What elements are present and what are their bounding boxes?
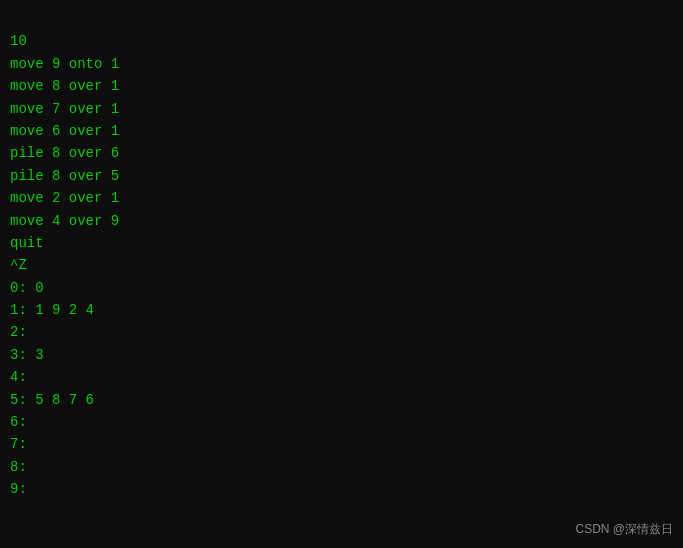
terminal-line: 0: 0 [10,277,673,299]
terminal-line: 9: [10,478,673,500]
watermark: CSDN @深情兹日 [575,521,673,538]
terminal-line: move 9 onto 1 [10,53,673,75]
terminal-line: 1: 1 9 2 4 [10,299,673,321]
terminal-line: 5: 5 8 7 6 [10,389,673,411]
terminal-line: ^Z [10,254,673,276]
terminal-line: move 2 over 1 [10,187,673,209]
terminal-line: 3: 3 [10,344,673,366]
terminal-line: 7: [10,433,673,455]
terminal-line: move 6 over 1 [10,120,673,142]
terminal-line: move 7 over 1 [10,98,673,120]
terminal-line: move 8 over 1 [10,75,673,97]
terminal-line: 6: [10,411,673,433]
terminal-line: quit [10,232,673,254]
terminal-line: 2: [10,321,673,343]
terminal-line: 10 [10,30,673,52]
terminal-output: 10move 9 onto 1move 8 over 1move 7 over … [0,0,683,509]
terminal-line: pile 8 over 5 [10,165,673,187]
terminal-line: 8: [10,456,673,478]
terminal-line: 4: [10,366,673,388]
terminal-line: move 4 over 9 [10,210,673,232]
terminal-line: pile 8 over 6 [10,142,673,164]
